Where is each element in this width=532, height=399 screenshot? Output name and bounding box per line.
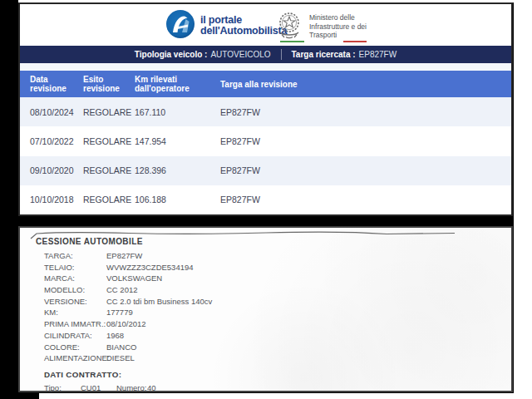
doc-field-marca: MARCA: VOLKSWAGEN [20,273,511,284]
italy-emblem-icon [277,11,302,44]
doc-field-value: BIANCO [106,342,136,353]
doc-field-label: TELAIO: [44,263,74,272]
doc-field-value: 1968 [106,330,124,342]
doc-field-value: 177779 [106,307,133,318]
revisions-table-body: 08/10/2024 REGOLARE 167.110 EP827FW 07/1… [20,97,511,214]
plate-search-value: EP827FW [359,50,397,59]
revision-km-cell: 128.396 [135,165,220,175]
page-margin-right [514,0,532,399]
doc-field-label: MARCA: [44,273,75,283]
search-summary-bar: Tipologia veicolo : AUTOVEICOLO Targa ri… [20,46,511,63]
contract-section-title: DATI CONTRATTO: [44,370,511,379]
revision-targa-cell: EP827FW [220,107,511,117]
vehicle-type-label: Tipologia veicolo : [135,50,208,59]
doc-field-label: TARGA: [44,251,73,260]
revision-targa-cell: EP827FW [220,165,511,175]
ministry-text: Ministero delle Infrastrutture e dei Tra… [309,13,367,40]
doc-field-alimentazione: ALIMENTAZIONE: DIESEL [20,352,511,364]
plate-search-summary: Targa ricercata : EP827FW [292,50,397,59]
revision-esito-cell: REGOLARE [83,136,135,146]
doc-field-value: 08/10/2012 [106,318,146,330]
revision-km-cell: 147.954 [135,136,220,146]
revision-esito-cell: REGOLARE [83,195,135,204]
contract-numero-value: 40 [147,382,156,393]
contract-numero-label: Numero: [116,382,146,393]
contract-tipo-label: Tipo: [44,382,62,393]
doc-field-targa: TARGA: EP827FW [20,250,511,262]
table-row: 09/10/2020 REGOLARE 128.396 EP827FW [20,156,511,185]
doc-field-label: KM: [44,308,58,317]
plate-search-label: Targa ricercata : [292,50,356,59]
revision-date-cell: 08/10/2024 [30,107,83,117]
doc-field-value: CC 2.0 tdi bm Business 140cv [106,296,212,308]
revision-esito-cell: REGOLARE [83,107,135,117]
doc-field-label: CILINDRATA: [44,331,92,340]
col-header-targa-revisione: Targa alla revisione [220,80,511,89]
page-margin-bottom [39,393,514,399]
doc-field-telaio: TELAIO: WVWZZZ3CZDE534194 [20,262,511,273]
table-row: 08/10/2024 REGOLARE 167.110 EP827FW [20,97,511,126]
doc-field-label: MODELLO: [44,285,85,294]
doc-field-label: VERSIONE: [44,297,87,306]
ministry-text-line1: Ministero delle [309,13,367,22]
revision-date-cell: 07/10/2022 [30,136,83,146]
contract-tipo-value: CU01 [81,382,101,393]
header-gap [20,63,511,71]
doc-field-label: COLORE: [44,342,80,352]
flag-red-line [343,41,367,42]
revision-date-cell: 09/10/2020 [30,165,83,175]
col-header-esito-revisione: Esito revisione [83,75,135,93]
doc-field-colore: COLORE: BIANCO [20,342,511,353]
contract-data-row: Tipo: CU01 Numero: 40 [20,382,511,393]
ministry-text-line3: Trasporti [309,31,367,40]
portal-panel: il portale dell'Automobilista Ministero … [18,2,513,216]
revision-km-cell: 167.110 [135,107,220,117]
doc-field-cilindrata: CILINDRATA: 1968 [20,330,511,342]
revision-date-cell: 10/10/2018 [30,195,83,204]
doc-field-value: VOLKSWAGEN [106,273,162,284]
doc-field-versione: VERSIONE: CC 2.0 tdi bm Business 140cv [20,296,511,308]
vehicle-type-summary: Tipologia veicolo : AUTOVEICOLO [135,50,271,59]
revision-km-cell: 106.188 [135,195,220,204]
doc-field-value: EP827FW [106,250,142,262]
summary-divider [281,49,282,60]
doc-field-value: CC 2012 [106,284,138,296]
revision-esito-cell: REGOLARE [83,165,135,175]
revision-targa-cell: EP827FW [220,136,511,146]
doc-field-value: WVWZZZ3CZDE534194 [106,262,194,273]
scanned-document-panel: CESSIONE AUTOMOBILE TARGA: EP827FW TELAI… [18,226,513,392]
vehicle-type-value: AUTOVEICOLO [210,50,270,59]
portal-text-line2: dell'Automobilista [200,26,287,37]
doc-field-prima-immatr: PRIMA IMMATR.: 08/10/2012 [20,318,511,330]
table-row: 07/10/2022 REGOLARE 147.954 EP827FW [20,126,511,155]
revision-targa-cell: EP827FW [220,195,511,204]
doc-field-modello: MODELLO: CC 2012 [20,284,511,296]
doc-field-value: DIESEL [106,352,135,364]
col-header-km-rilevati: Km rilevati dall'operatore [135,75,220,93]
revisions-table-header: Data revisione Esito revisione Km rileva… [20,71,511,97]
doc-field-label: ALIMENTAZIONE: [44,353,109,362]
table-row: 10/10/2018 REGOLARE 106.188 EP827FW [20,185,511,214]
document-fields: TARGA: EP827FW TELAIO: WVWZZZ3CZDE534194… [20,250,511,364]
scan-artifact-line [29,230,457,240]
portal-logo: il portale dell'Automobilista [166,10,287,42]
doc-field-label: PRIMA IMMATR.: [44,319,106,328]
col-header-data-revisione: Data revisione [30,75,83,93]
portal-logo-text: il portale dell'Automobilista [200,15,287,37]
flag-green-line [280,41,304,42]
ministry-text-line2: Infrastrutture e dei [309,22,367,32]
site-header: il portale dell'Automobilista Ministero … [20,4,511,46]
ministry-logo: Ministero delle Infrastrutture e dei Tra… [277,11,367,44]
doc-field-km: KM: 177779 [20,307,511,318]
portal-logo-icon [166,10,195,42]
